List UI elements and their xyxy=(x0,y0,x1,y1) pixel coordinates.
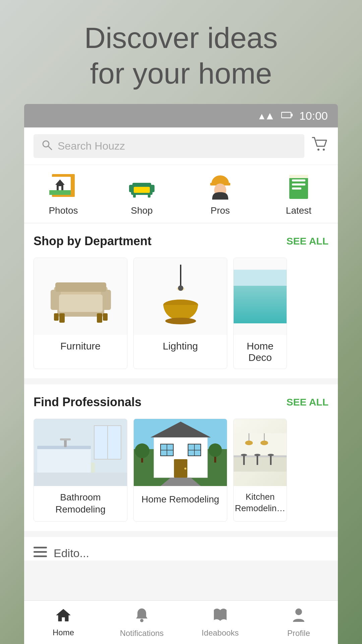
profile-tab-icon xyxy=(292,607,306,626)
dept-card-furniture[interactable]: Furniture xyxy=(34,258,127,369)
svg-rect-15 xyxy=(129,185,134,192)
svg-rect-31 xyxy=(59,294,103,312)
kitchen-label: KitchenRemodelin… xyxy=(234,486,287,520)
tab-home[interactable]: Home xyxy=(24,601,103,644)
app-frame: ▴▲ 10:00 Search Houzz xyxy=(24,104,338,644)
nav-item-shop[interactable]: Shop xyxy=(103,172,181,216)
bathroom-image xyxy=(34,419,127,486)
photos-icon xyxy=(48,172,78,202)
svg-point-87 xyxy=(140,619,143,622)
svg-point-39 xyxy=(165,318,196,324)
homedeco-label: Home Deco xyxy=(234,335,287,369)
homedeco-image xyxy=(234,258,287,335)
furniture-image xyxy=(34,258,127,335)
dept-card-homedeco[interactable]: Home Deco xyxy=(233,258,287,369)
search-bar[interactable]: Search Houzz xyxy=(34,134,304,158)
pros-see-all[interactable]: SEE ALL xyxy=(286,396,328,408)
home-remodel-image xyxy=(134,419,227,486)
svg-rect-17 xyxy=(134,187,150,193)
home-remodel-label: Home Remodeling xyxy=(134,486,227,513)
ideabooks-tab-icon xyxy=(213,607,228,626)
svg-rect-32 xyxy=(55,282,106,292)
pro-card-bathroom[interactable]: Bathroom Remodeling xyxy=(34,419,127,522)
bathroom-label: Bathroom Remodeling xyxy=(34,486,127,521)
hamburger-icon xyxy=(34,546,47,560)
hero-section: Discover ideas for your home xyxy=(0,20,362,91)
partial-section-title: Edito... xyxy=(54,547,89,560)
svg-marker-86 xyxy=(56,609,70,621)
quick-nav: Photos xyxy=(24,165,338,223)
tab-ideabooks[interactable]: Ideabooks xyxy=(181,601,259,644)
svg-rect-79 xyxy=(257,455,258,465)
hero-title: Discover ideas for your home xyxy=(27,20,335,91)
notifications-tab-icon xyxy=(135,607,149,626)
svg-point-64 xyxy=(184,468,186,470)
dept-card-lighting[interactable]: Lighting xyxy=(133,258,227,369)
shop-icon xyxy=(127,172,157,202)
svg-point-76 xyxy=(260,441,268,445)
dept-cards: Furniture xyxy=(34,258,328,369)
svg-point-67 xyxy=(135,443,149,458)
wifi-icon: ▴▲ xyxy=(259,109,275,122)
svg-rect-33 xyxy=(59,313,65,323)
svg-rect-77 xyxy=(243,455,245,465)
svg-point-5 xyxy=(317,149,319,151)
kitchen-image xyxy=(234,419,287,486)
tab-home-label: Home xyxy=(53,628,74,637)
svg-rect-71 xyxy=(234,456,287,472)
status-time: 10:00 xyxy=(299,109,328,122)
partial-section: Edito... xyxy=(24,537,338,560)
lighting-label: Lighting xyxy=(134,335,227,357)
svg-rect-12 xyxy=(49,190,71,195)
svg-point-82 xyxy=(268,454,274,456)
svg-rect-81 xyxy=(270,455,272,465)
svg-rect-11 xyxy=(59,186,61,190)
search-placeholder: Search Houzz xyxy=(58,140,125,152)
tab-ideabooks-label: Ideabooks xyxy=(202,628,239,638)
dept-section-title: Shop by Department xyxy=(34,234,152,248)
shop-by-dept-section: Shop by Department SEE ALL xyxy=(24,223,338,378)
svg-rect-2 xyxy=(282,113,291,117)
status-bar: ▴▲ 10:00 xyxy=(24,104,338,127)
svg-rect-83 xyxy=(34,547,47,548)
tab-notifications[interactable]: Notifications xyxy=(103,601,181,644)
svg-point-69 xyxy=(208,443,222,457)
svg-rect-25 xyxy=(292,187,301,190)
nav-label-pros: Pros xyxy=(210,205,230,216)
furniture-label: Furniture xyxy=(34,335,127,357)
svg-rect-43 xyxy=(234,270,287,286)
svg-rect-48 xyxy=(60,438,71,440)
nav-label-photos: Photos xyxy=(49,205,78,216)
search-icon xyxy=(42,140,52,153)
pros-section-title: Find Professionals xyxy=(34,395,141,409)
dept-see-all[interactable]: SEE ALL xyxy=(286,235,328,247)
battery-icon xyxy=(281,110,293,121)
svg-rect-16 xyxy=(150,185,155,192)
pros-section-header: Find Professionals SEE ALL xyxy=(34,395,328,409)
tab-profile[interactable]: Profile xyxy=(259,601,338,644)
svg-rect-84 xyxy=(34,551,47,553)
nav-item-pros[interactable]: Pros xyxy=(181,172,259,216)
find-pros-section: Find Professionals SEE ALL xyxy=(24,384,338,531)
scroll-content[interactable]: Shop by Department SEE ALL xyxy=(24,223,338,600)
svg-line-4 xyxy=(48,146,52,150)
nav-item-latest[interactable]: Latest xyxy=(259,172,338,216)
svg-rect-1 xyxy=(291,114,293,116)
svg-rect-35 xyxy=(54,313,59,321)
svg-rect-23 xyxy=(292,179,305,181)
pros-icon xyxy=(205,172,235,202)
svg-rect-22 xyxy=(289,175,308,199)
svg-point-74 xyxy=(245,441,253,445)
svg-rect-24 xyxy=(292,183,305,185)
pro-card-kitchen[interactable]: KitchenRemodelin… xyxy=(233,419,287,522)
home-tab-icon xyxy=(56,608,71,625)
pro-card-home-remodel[interactable]: Home Remodeling xyxy=(133,419,227,522)
cart-icon[interactable] xyxy=(311,136,328,157)
svg-point-78 xyxy=(241,454,247,456)
svg-point-88 xyxy=(295,608,302,615)
app-content: Search Houzz xyxy=(24,127,338,644)
svg-rect-52 xyxy=(34,473,127,486)
nav-item-photos[interactable]: Photos xyxy=(24,172,103,216)
svg-point-80 xyxy=(254,454,260,456)
tab-profile-label: Profile xyxy=(287,629,310,638)
